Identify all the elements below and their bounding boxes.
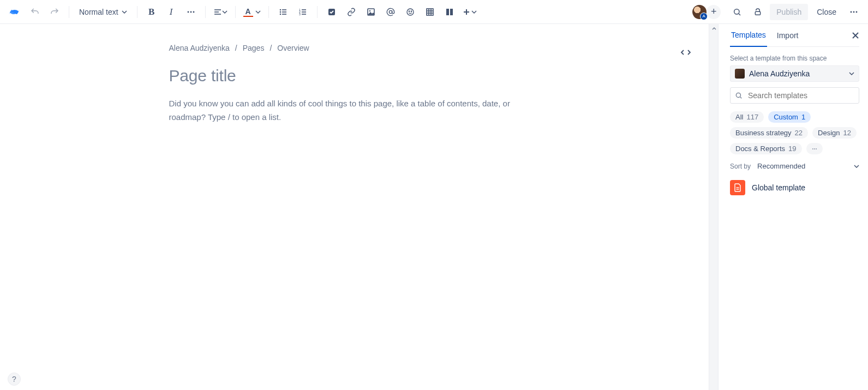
emoji-button[interactable] bbox=[402, 3, 419, 21]
category-chip[interactable]: All117 bbox=[730, 111, 764, 123]
text-style-label: Normal text bbox=[79, 8, 118, 16]
invite-button[interactable]: + bbox=[707, 5, 721, 19]
svg-rect-36 bbox=[756, 11, 761, 15]
image-button[interactable] bbox=[362, 3, 380, 21]
svg-line-43 bbox=[740, 97, 742, 99]
svg-point-8 bbox=[279, 13, 281, 15]
text-color-swatch bbox=[243, 16, 253, 17]
svg-rect-19 bbox=[368, 9, 374, 15]
undo-button[interactable] bbox=[26, 3, 44, 21]
alignment-select[interactable] bbox=[211, 3, 230, 21]
tab-import[interactable]: Import bbox=[776, 24, 800, 47]
svg-rect-16 bbox=[302, 11, 306, 13]
svg-point-44 bbox=[812, 148, 813, 149]
help-button[interactable]: ? bbox=[8, 373, 21, 386]
template-icon bbox=[730, 180, 745, 195]
sort-select[interactable]: Recommended bbox=[757, 162, 859, 170]
space-avatar bbox=[735, 69, 745, 79]
category-chip[interactable]: Business strategy22 bbox=[730, 127, 808, 139]
italic-button[interactable]: I bbox=[163, 3, 180, 21]
breadcrumb-space[interactable]: Alena Audziyenka bbox=[169, 44, 230, 52]
link-button[interactable] bbox=[343, 3, 360, 21]
publish-button[interactable]: Publish bbox=[770, 4, 808, 20]
table-button[interactable] bbox=[421, 3, 439, 21]
svg-point-22 bbox=[407, 9, 414, 15]
panel-tabs: Templates Import bbox=[730, 24, 859, 47]
breadcrumb-current[interactable]: Overview bbox=[277, 44, 309, 52]
sort-by-label: Sort by bbox=[730, 163, 751, 170]
category-chip[interactable]: Design12 bbox=[812, 127, 857, 139]
svg-rect-9 bbox=[282, 9, 286, 10]
svg-point-39 bbox=[856, 11, 858, 13]
svg-point-45 bbox=[814, 148, 815, 149]
text-style-select[interactable]: Normal text bbox=[75, 3, 131, 21]
breadcrumb: Alena Audziyenka / Pages / Overview bbox=[169, 44, 540, 52]
breadcrumb-pages[interactable]: Pages bbox=[243, 44, 265, 52]
editor-area: Alena Audziyenka / Pages / Overview Page… bbox=[0, 24, 709, 390]
panel-close-button[interactable] bbox=[852, 32, 859, 39]
svg-rect-17 bbox=[302, 14, 306, 15]
svg-rect-25 bbox=[427, 9, 433, 15]
svg-line-35 bbox=[739, 14, 740, 15]
toolbar-separator bbox=[137, 6, 137, 18]
toolbar-separator bbox=[235, 6, 236, 18]
action-item-button[interactable] bbox=[323, 3, 340, 21]
panel-scrollbar[interactable] bbox=[709, 24, 719, 390]
template-list: Global template bbox=[730, 170, 859, 195]
layouts-button[interactable] bbox=[441, 3, 458, 21]
redo-button[interactable] bbox=[46, 3, 63, 21]
text-color-select[interactable]: A bbox=[241, 3, 263, 21]
editor-body-placeholder[interactable]: Did you know you can add all kinds of co… bbox=[169, 97, 540, 124]
svg-rect-10 bbox=[282, 11, 286, 13]
svg-rect-31 bbox=[450, 9, 453, 15]
template-search-input[interactable] bbox=[747, 91, 854, 100]
chevron-down-icon bbox=[255, 9, 261, 15]
select-space-label: Select a template from this space bbox=[730, 55, 859, 62]
svg-text:2: 2 bbox=[299, 10, 301, 14]
toolbar-separator bbox=[205, 6, 206, 18]
template-item[interactable]: Global template bbox=[730, 180, 859, 195]
more-formatting-button[interactable] bbox=[182, 3, 200, 21]
confluence-logo[interactable] bbox=[8, 5, 21, 19]
svg-text:3: 3 bbox=[299, 13, 301, 16]
svg-point-2 bbox=[193, 11, 194, 13]
bold-button[interactable]: B bbox=[143, 3, 160, 21]
svg-rect-30 bbox=[446, 9, 449, 15]
svg-point-20 bbox=[369, 10, 370, 11]
more-actions-button[interactable] bbox=[845, 3, 863, 21]
category-chip[interactable]: Custom1 bbox=[768, 111, 811, 123]
space-select[interactable]: Alena Audziyenka bbox=[730, 65, 859, 82]
template-search[interactable] bbox=[730, 87, 859, 104]
toolbar-separator bbox=[69, 6, 69, 18]
insert-more-select[interactable] bbox=[460, 3, 479, 21]
close-button[interactable]: Close bbox=[811, 4, 842, 20]
numbered-list-button[interactable]: 123 bbox=[294, 3, 312, 21]
chevron-down-icon bbox=[222, 9, 228, 15]
chevron-down-icon bbox=[849, 71, 854, 76]
svg-point-7 bbox=[279, 11, 281, 13]
search-icon bbox=[735, 92, 743, 99]
sort-value: Recommended bbox=[757, 162, 805, 170]
toolbar-separator bbox=[268, 6, 269, 18]
page-title-input[interactable]: Page title bbox=[169, 67, 540, 85]
svg-point-1 bbox=[190, 11, 191, 13]
editor-toolbar: Normal text B I A 123 bbox=[0, 0, 868, 24]
scroll-up-arrow[interactable] bbox=[709, 24, 719, 34]
svg-rect-11 bbox=[282, 14, 286, 15]
svg-rect-18 bbox=[328, 9, 335, 15]
restrictions-button[interactable] bbox=[749, 3, 767, 21]
more-categories-chip[interactable] bbox=[806, 143, 823, 154]
page-width-toggle[interactable] bbox=[678, 45, 693, 60]
svg-point-37 bbox=[851, 11, 852, 13]
category-chip[interactable]: Docs & Reports19 bbox=[730, 143, 802, 154]
mention-button[interactable] bbox=[382, 3, 399, 21]
svg-point-0 bbox=[187, 11, 189, 13]
template-name: Global template bbox=[752, 183, 805, 192]
svg-point-42 bbox=[736, 93, 740, 97]
bullet-list-button[interactable] bbox=[274, 3, 292, 21]
user-avatar[interactable] bbox=[692, 5, 707, 19]
svg-rect-15 bbox=[302, 9, 306, 10]
find-replace-button[interactable] bbox=[728, 3, 746, 21]
tab-templates[interactable]: Templates bbox=[730, 24, 767, 47]
svg-point-34 bbox=[734, 9, 739, 14]
